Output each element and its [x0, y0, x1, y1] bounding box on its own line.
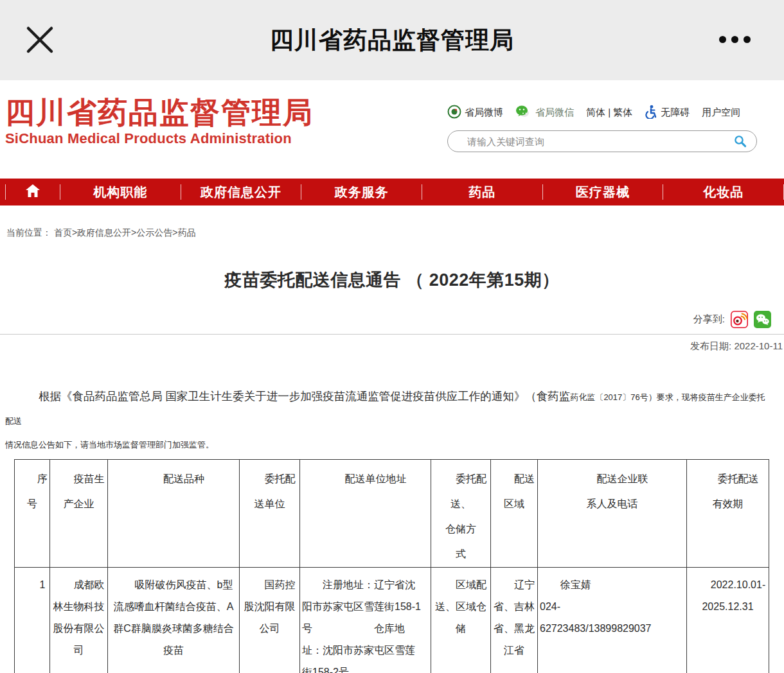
nav-item-gov-info[interactable]: 政府信息公开 — [181, 184, 301, 201]
language-toggle[interactable]: 简体 | 繁体 — [586, 107, 632, 119]
main-nav: 机构职能 政府信息公开 政务服务 药品 医疗器械 化妆品 — [0, 179, 784, 205]
wechat-titlebar: 四川省药品监督管理局 — [0, 0, 784, 80]
more-menu-icon[interactable] — [719, 36, 751, 43]
paragraph-small-text-2: 情况信息公告如下，请当地市场监督管理部门加强监管。 — [5, 440, 214, 450]
breadcrumb-label: 当前位置： — [6, 227, 51, 238]
cell-delivery-mode: 区域配 送、区域仓 储 — [431, 568, 491, 673]
col-header-delivery-company: 委托配 送单位 — [240, 460, 300, 568]
site-header: 四川省药品监督管理局 SiChuan Medical Products Admi… — [0, 80, 784, 179]
col-header-contact: 配送企业联 系人及电话 — [538, 460, 687, 568]
paragraph-large-text: 根据《食品药品监管总局 国家卫生计生委关于进一步加强疫苗流通监管促进疫苗供应工作… — [39, 390, 570, 403]
cell-delivery-company: 国药控 股沈阳有限 公司 — [240, 568, 300, 673]
logo-english-title: SiChuan Medical Products Administration — [5, 130, 314, 147]
home-icon — [24, 183, 41, 201]
publish-date-value: 2022-10-11 — [734, 340, 783, 351]
cell-manufacturer: 成都欧 林生物科技 股份有限公 司 — [50, 568, 108, 673]
nav-home-button[interactable] — [6, 183, 60, 201]
breadcrumb: 当前位置： 首页>政府信息公开>公示公告>药品 — [6, 227, 784, 239]
wechat-link[interactable]: 省局微信 — [515, 105, 574, 121]
header-right: 省局微博 省局微信 简体 | 繁体 无障碍 用户空间 — [447, 97, 757, 179]
breadcrumb-path[interactable]: 首页>政府信息公开>公示公告>药品 — [54, 227, 196, 238]
table-header-row: 序 号 疫苗生 产企业 配送品种 委托配 送单位 配送单位地址 委托配 送、 仓… — [15, 460, 769, 568]
search-box — [447, 130, 757, 152]
user-space-link[interactable]: 用户空间 — [702, 107, 740, 119]
col-header-index: 序 号 — [15, 460, 50, 568]
cell-company-address: 注册地址：辽宁省沈 阳市苏家屯区雪莲街158-1 号 仓库地 址：沈阳市苏家屯区… — [300, 568, 431, 673]
accessibility-link[interactable]: 无障碍 — [645, 105, 690, 121]
accessibility-icon — [645, 105, 657, 121]
publish-date: 发布日期: 2022-10-11 — [0, 340, 784, 353]
close-icon[interactable] — [23, 23, 57, 57]
cell-validity: 2022.10.01- 2025.12.31 — [687, 568, 769, 673]
col-header-products: 配送品种 — [108, 460, 240, 568]
article-paragraph: 根据《食品药品监管总局 国家卫生计生委关于进一步加强疫苗流通监管促进疫苗供应工作… — [0, 385, 784, 457]
col-header-manufacturer: 疫苗生 产企业 — [50, 460, 108, 568]
col-header-delivery-region: 配送 区域 — [491, 460, 538, 568]
nav-item-drugs[interactable]: 药品 — [422, 184, 542, 201]
publish-date-label: 发布日期: — [690, 340, 731, 351]
share-row: 分享到: — [0, 311, 784, 328]
share-label: 分享到: — [693, 313, 725, 326]
delivery-table: 序 号 疫苗生 产企业 配送品种 委托配 送单位 配送单位地址 委托配 送、 仓… — [14, 459, 769, 673]
search-icon[interactable] — [733, 134, 747, 148]
nav-item-gov-services[interactable]: 政务服务 — [301, 184, 422, 201]
nav-item-org-functions[interactable]: 机构职能 — [60, 184, 181, 201]
weibo-badge-icon — [447, 105, 461, 121]
col-header-company-address: 配送单位地址 — [300, 460, 431, 568]
wechat-icon — [515, 105, 532, 121]
page-title: 四川省药品监督管理局 — [270, 24, 514, 57]
weibo-link[interactable]: 省局微博 — [447, 105, 503, 121]
share-weibo-icon[interactable] — [731, 311, 748, 328]
cell-index: 1 — [15, 568, 50, 673]
logo-chinese-title: 四川省药品监督管理局 — [5, 97, 314, 129]
article-title: 疫苗委托配送信息通告 （ 2022年第15期） — [0, 268, 784, 292]
quick-links: 省局微博 省局微信 简体 | 繁体 无障碍 用户空间 — [447, 105, 757, 121]
cell-contact: 徐宝婧 024- 62723483/13899829037 — [538, 568, 687, 673]
nav-item-medical-devices[interactable]: 医疗器械 — [543, 184, 663, 201]
table-row: 1 成都欧 林生物科技 股份有限公 司 吸附破伤风疫苗、b型 流感嗜血杆菌结合疫… — [15, 568, 769, 673]
col-header-validity: 委托配送 有效期 — [687, 460, 769, 568]
nav-item-cosmetics[interactable]: 化妆品 — [663, 184, 783, 201]
cell-products: 吸附破伤风疫苗、b型 流感嗜血杆菌结合疫苗、A 群C群脑膜炎球菌多糖结合 疫苗 — [108, 568, 240, 673]
search-input[interactable] — [466, 135, 733, 148]
horizontal-divider — [0, 334, 784, 335]
delivery-table-wrap: 序 号 疫苗生 产企业 配送品种 委托配 送单位 配送单位地址 委托配 送、 仓… — [14, 459, 784, 673]
share-wechat-icon[interactable] — [754, 311, 771, 328]
col-header-delivery-mode: 委托配 送、 仓储方 式 — [431, 460, 491, 568]
site-logo: 四川省药品监督管理局 SiChuan Medical Products Admi… — [5, 97, 314, 179]
cell-delivery-region: 辽宁 省、吉林 省、黑龙 江省 — [491, 568, 538, 673]
